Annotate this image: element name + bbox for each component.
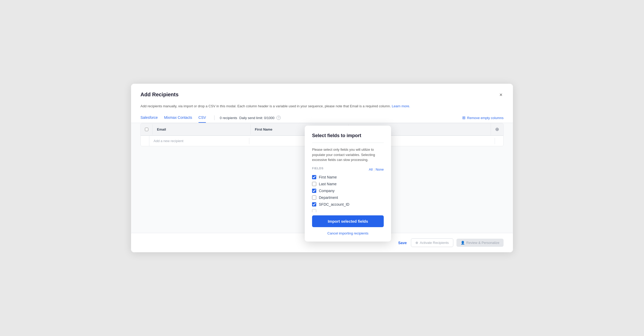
field-label-department[interactable]: Department	[319, 195, 338, 200]
header-checkbox-cell	[141, 125, 152, 134]
recipients-info: 0 recipients Daily send limit: 0/1000 ?	[220, 116, 281, 120]
field-checkbox-partial[interactable]	[312, 209, 316, 212]
field-first-name: First Name	[312, 175, 384, 179]
field-checkbox-sfdc-account-id[interactable]	[312, 202, 316, 206]
fields-label: FIELDS	[312, 167, 324, 170]
popup-divider	[312, 143, 384, 143]
field-sfdc-account-id: SFDC_account_ID	[312, 202, 384, 206]
tabs-row: Salesforce Mixmax Contacts CSV 0 recipie…	[131, 113, 513, 123]
add-column-cell: ⊕	[491, 123, 503, 135]
table-area: Email First Name Phone ⊕ Add a new recip…	[131, 123, 513, 233]
field-label-sfdc-account-id[interactable]: SFDC_account_ID	[319, 202, 349, 206]
popup-description: Please select only fields you will utili…	[312, 147, 384, 163]
add-recipients-modal: Add Recipients × Add recipients manually…	[131, 84, 513, 253]
close-button[interactable]: ×	[498, 91, 504, 98]
save-button[interactable]: Save	[397, 239, 408, 247]
tab-salesforce[interactable]: Salesforce	[140, 113, 158, 123]
field-checkbox-last-name[interactable]	[312, 182, 316, 186]
modal-title: Add Recipients	[140, 92, 179, 98]
none-link[interactable]: None	[376, 167, 384, 171]
select-fields-popup: Select fields to import Please select on…	[305, 126, 391, 242]
field-checkbox-company[interactable]	[312, 189, 316, 193]
learn-more-link[interactable]: Learn more.	[392, 104, 410, 108]
recipients-count: 0 recipients	[220, 116, 237, 120]
row-add-cell	[495, 138, 503, 144]
field-last-name: Last Name	[312, 182, 384, 186]
row-checkbox-cell	[141, 138, 149, 144]
review-personalize-button[interactable]: 👤 Review & Personalize	[456, 239, 504, 247]
review-icon: 👤	[461, 241, 465, 245]
cancel-importing-link[interactable]: Cancel importing recipients	[312, 231, 384, 235]
modal-description: Add recipients manually, via import or d…	[131, 104, 513, 113]
field-partial-row	[312, 209, 384, 212]
add-column-button[interactable]: ⊕	[495, 126, 499, 132]
activate-icon: ⊕	[415, 241, 418, 245]
grid-icon: ⊞	[462, 115, 466, 120]
tab-csv[interactable]: CSV	[199, 113, 206, 123]
fields-header: FIELDS All | None	[312, 167, 384, 172]
field-checkbox-first-name[interactable]	[312, 175, 316, 179]
field-label-company[interactable]: Company	[319, 189, 335, 193]
modal-header: Add Recipients ×	[131, 84, 513, 104]
remove-empty-columns-button[interactable]: ⊞ Remove empty columns	[462, 113, 504, 122]
activate-recipients-button[interactable]: ⊕ Activate Recipients	[411, 238, 453, 247]
add-recipient-cell[interactable]: Add a new recipient	[149, 136, 249, 146]
tab-mixmax-contacts[interactable]: Mixmax Contacts	[164, 113, 192, 123]
select-all-checkbox[interactable]	[145, 128, 148, 131]
field-company: Company	[312, 189, 384, 193]
import-selected-fields-button[interactable]: Import selected fields	[312, 215, 384, 227]
field-department: Department	[312, 195, 384, 200]
all-link[interactable]: All	[369, 167, 372, 171]
popup-title: Select fields to import	[312, 133, 384, 138]
field-label-first-name[interactable]: First Name	[319, 175, 337, 179]
field-label-last-name[interactable]: Last Name	[319, 182, 337, 186]
col-header-email: Email	[152, 124, 250, 135]
tab-divider	[214, 115, 214, 120]
send-limit: Daily send limit: 0/1000	[239, 116, 274, 120]
plus-circle-icon: ⊕	[495, 126, 499, 132]
info-icon[interactable]: ?	[276, 116, 281, 120]
fields-actions: All | None	[369, 167, 384, 171]
field-checkbox-department[interactable]	[312, 195, 316, 200]
